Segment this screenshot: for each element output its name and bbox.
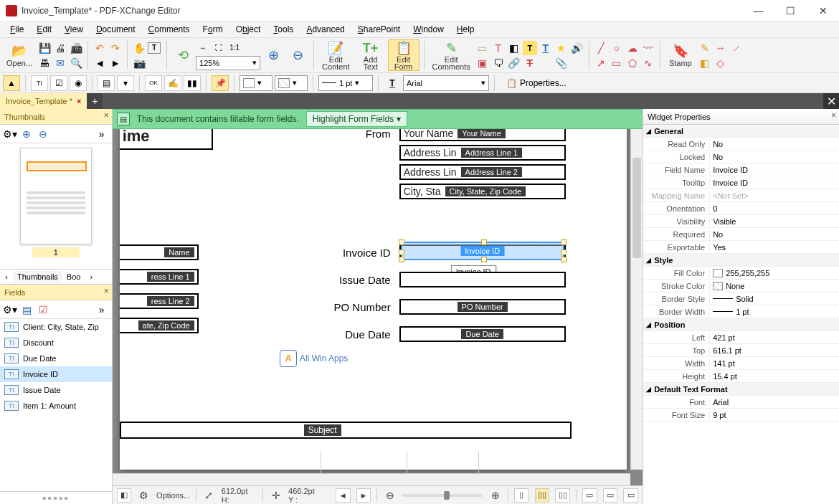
select-text-icon[interactable]: T	[148, 42, 161, 54]
sound-icon[interactable]: 🔊	[570, 41, 584, 55]
sb-zoom-in-icon[interactable]: ⊕	[488, 488, 502, 503]
sb-layout2-icon[interactable]: ▯▯	[535, 488, 550, 503]
prop-row[interactable]: Top616.1 pt	[643, 344, 839, 357]
stroke-color-select[interactable]: ▾	[275, 75, 308, 91]
fit-width-icon[interactable]: ↔	[196, 41, 210, 55]
zoom-slider[interactable]	[402, 494, 483, 497]
radio-field-button[interactable]: ◉	[70, 75, 87, 91]
edit-comments-button[interactable]: ✎Edit Comments	[429, 39, 474, 71]
prop-group-header[interactable]: ◢Default Text Format	[643, 383, 839, 396]
sb-mode2-icon[interactable]: ▭	[603, 488, 618, 503]
field-item[interactable]: TIItem 1: Amount	[0, 398, 112, 414]
prop-group-header[interactable]: ◢Style	[643, 254, 839, 267]
keep-mode-button[interactable]: 📌	[212, 75, 229, 91]
save-icon[interactable]: 💾	[37, 41, 52, 55]
thumbnails-tab[interactable]: Thumbnails	[13, 271, 62, 282]
select-arrow-button[interactable]: ▲	[3, 75, 20, 91]
sb-layout3-icon[interactable]: ▯▯	[555, 488, 570, 503]
prop-row[interactable]: Border StyleSolid	[643, 293, 839, 305]
properties-button[interactable]: 📋 Properties...	[500, 75, 573, 91]
minimize-button[interactable]: —	[742, 0, 774, 22]
prop-row[interactable]: Read OnlyNo	[643, 138, 839, 151]
fields-check-icon[interactable]: ☑	[36, 303, 50, 317]
font-color-button[interactable]: T	[384, 75, 401, 91]
sb-panel-icon[interactable]: ◧	[117, 488, 132, 503]
edit-content-button[interactable]: 📝Edit Content	[318, 39, 354, 71]
fit-page-icon[interactable]: ⛶	[212, 41, 226, 55]
prop-row[interactable]: RequiredNo	[643, 228, 839, 241]
thumb-zoom-in-icon[interactable]: ⊕	[19, 127, 34, 141]
list-field-button[interactable]: ▤	[98, 75, 115, 91]
field-item[interactable]: TIDiscount	[0, 335, 112, 351]
close-window-button[interactable]: ✕	[807, 0, 839, 22]
prop-row[interactable]: Mapping Name<Not Set>	[643, 189, 839, 202]
signature-field-button[interactable]: ✍	[164, 75, 181, 91]
field-item[interactable]: TIIssue Date	[0, 382, 112, 398]
fields-tree-icon[interactable]: ▤	[19, 303, 34, 317]
thumb-options-icon[interactable]: ⚙▾	[3, 127, 17, 141]
gear-icon[interactable]	[148, 56, 162, 70]
measure-blank-icon[interactable]	[729, 56, 744, 70]
prop-row[interactable]: LockedNo	[643, 151, 839, 163]
snapshot-icon[interactable]: 📷	[132, 56, 146, 70]
arrow-shape-icon[interactable]: ↗	[594, 56, 608, 70]
prop-row[interactable]: Stroke ColorNone	[643, 280, 839, 293]
prop-row[interactable]: Field NameInvoice ID	[643, 163, 839, 176]
menu-view[interactable]: View	[59, 23, 89, 36]
tabs-next-icon[interactable]: ›	[85, 272, 98, 281]
underline-text-icon[interactable]: T	[539, 41, 553, 55]
menu-object[interactable]: Object	[230, 23, 267, 36]
undo-icon[interactable]: ↶	[93, 41, 107, 55]
link-annot-icon[interactable]: 🔗	[507, 56, 521, 70]
area-annot-icon[interactable]: ▣	[475, 56, 490, 70]
menu-edit[interactable]: Edit	[31, 23, 57, 36]
attach-icon[interactable]: 📎	[554, 56, 569, 70]
polygon-shape-icon[interactable]: ⬠	[625, 56, 640, 70]
thumb-more-icon[interactable]: »	[95, 127, 109, 141]
sb-layout1-icon[interactable]: ▯	[514, 488, 529, 503]
menu-document[interactable]: Document	[90, 23, 141, 36]
prop-group-header[interactable]: ◢Position	[643, 318, 839, 331]
prop-row[interactable]: Font Size9 pt	[643, 409, 839, 422]
highlight-form-fields-button[interactable]: Highlight Form Fields ▾	[306, 111, 407, 127]
due-date-field[interactable]: Due Date	[399, 326, 566, 342]
polyline-shape-icon[interactable]: 〰	[641, 41, 655, 55]
page-thumbnail[interactable]	[20, 148, 92, 244]
highlight-annot-icon[interactable]: ▭	[475, 41, 490, 55]
zoom-select[interactable]: 125%▾	[196, 56, 260, 70]
menu-sharepoint[interactable]: SharePoint	[352, 23, 406, 36]
close-all-tabs-button[interactable]: ✕	[823, 93, 839, 109]
textbox-annot-icon[interactable]: T	[491, 41, 506, 55]
prop-group-header[interactable]: ◢General	[643, 125, 839, 138]
open-button[interactable]: 📂 Open...	[3, 39, 36, 71]
field-item[interactable]: TIClient: City, State, Zip	[0, 319, 112, 335]
sb-zoom-out-icon[interactable]: ⊖	[383, 488, 397, 503]
menu-comments[interactable]: Comments	[143, 23, 196, 36]
close-icon[interactable]: ×	[831, 110, 836, 120]
video-icon[interactable]	[570, 56, 584, 70]
print-icon[interactable]: 🖨	[53, 41, 67, 55]
callout-annot-icon[interactable]: ◧	[507, 41, 521, 55]
close-icon[interactable]: ×	[104, 110, 109, 120]
checkbox-field-button[interactable]: ☑	[50, 75, 67, 91]
measure-perim-icon[interactable]: ⟋	[729, 41, 744, 55]
prop-row[interactable]: FontArial	[643, 396, 839, 409]
redo-icon[interactable]: ↷	[108, 41, 123, 55]
zoom-in-button[interactable]: ⊕	[262, 39, 285, 71]
po-number-field[interactable]: PO Number	[399, 299, 566, 315]
menu-help[interactable]: Help	[451, 23, 480, 36]
menu-window[interactable]: Window	[407, 23, 450, 36]
tab-invoice-template[interactable]: Invoice_Template *×	[0, 93, 87, 109]
rotate-ccw-button[interactable]: ⟲	[171, 39, 194, 71]
edit-form-button[interactable]: 📋Edit Form	[388, 39, 420, 71]
prop-row[interactable]: Orientation0	[643, 202, 839, 215]
pencil-tool-icon[interactable]: ✎	[698, 41, 712, 55]
selected-field-overlay[interactable]: Invoice ID	[401, 242, 564, 260]
menu-form[interactable]: Form	[197, 23, 229, 36]
scan-icon[interactable]: 📠	[69, 41, 83, 55]
line-shape-icon[interactable]: ╱	[594, 41, 608, 55]
add-text-button[interactable]: T+Add Text	[355, 39, 387, 71]
cloud-shape-icon[interactable]: ☁	[625, 41, 640, 55]
prop-row[interactable]: VisibilityVisible	[643, 215, 839, 228]
replace-text-icon[interactable]	[539, 56, 553, 70]
